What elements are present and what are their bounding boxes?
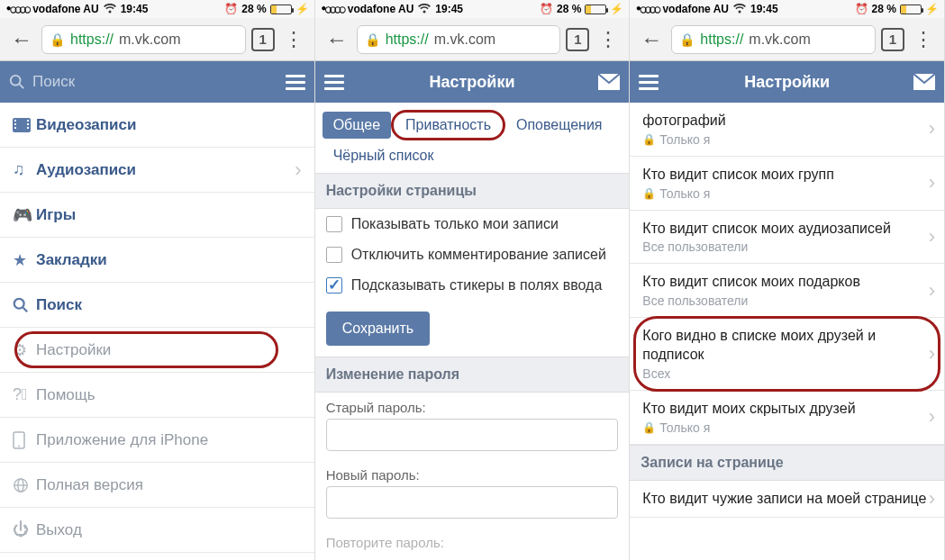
checkbox-disable-comments[interactable]: Отключить комментирование записей bbox=[315, 239, 630, 270]
checkbox-sticker-hints[interactable]: Подсказывать стикеры в полях ввода bbox=[315, 270, 630, 301]
section-wall-posts: Записи на странице bbox=[630, 445, 944, 481]
menu-label: Игры bbox=[36, 206, 76, 224]
section-page-settings: Настройки страницы bbox=[315, 173, 630, 209]
panel-settings: •○○○○ vodafone AU 19:45 ⏰ 28 % ⚡ ← 🔒 htt… bbox=[315, 0, 631, 560]
menu-item-search[interactable]: Поиск bbox=[0, 283, 314, 328]
old-password-input[interactable] bbox=[326, 419, 619, 451]
menu-item-video[interactable]: Видеозаписи bbox=[0, 103, 314, 148]
privacy-title: Кого видно в списке моих друзей и подпис… bbox=[642, 327, 931, 365]
chevron-right-icon: › bbox=[929, 225, 935, 248]
chevron-right-icon: › bbox=[295, 158, 301, 182]
lock-icon: 🔒 bbox=[642, 421, 656, 434]
privacy-row-gifts[interactable]: Кто видит список моих подарков Все польз… bbox=[630, 264, 944, 318]
svg-point-12 bbox=[18, 445, 20, 447]
menu-item-help[interactable]: ?⃝ Помощь bbox=[0, 373, 314, 418]
charging-icon: ⚡ bbox=[610, 3, 623, 15]
search-icon bbox=[13, 297, 36, 313]
menu-item-games[interactable]: 🎮 Игры bbox=[0, 193, 314, 238]
privacy-value: Только я bbox=[659, 132, 710, 147]
tab-notifications[interactable]: Оповещения bbox=[505, 112, 613, 139]
menu-button[interactable]: ⋮ bbox=[910, 34, 937, 44]
tabs-button[interactable]: 1 bbox=[251, 28, 275, 51]
burger-icon[interactable] bbox=[324, 75, 344, 90]
gear-icon: ⚙ bbox=[13, 340, 36, 360]
svg-rect-6 bbox=[27, 120, 29, 122]
privacy-title: Кто видит список моих групп bbox=[642, 166, 931, 185]
privacy-row-others-posts[interactable]: Кто видит чужие записи на моей странице … bbox=[630, 481, 944, 519]
url-host: m.vk.com bbox=[434, 32, 495, 48]
burger-icon[interactable] bbox=[286, 75, 305, 90]
address-bar[interactable]: 🔒 https://m.vk.com bbox=[41, 25, 246, 54]
lock-icon: 🔒 bbox=[642, 187, 656, 200]
search-input[interactable]: Поиск bbox=[9, 73, 277, 91]
tab-privacy[interactable]: Приватность bbox=[395, 112, 502, 139]
privacy-row-hidden-friends[interactable]: Кто видит моих скрытых друзей 🔒Только я … bbox=[630, 391, 944, 445]
privacy-title: Кто видит чужие записи на моей странице bbox=[642, 490, 931, 509]
new-password-label: Новый пароль: bbox=[315, 460, 630, 486]
menu-item-iphone-app[interactable]: Приложение для iPhone bbox=[0, 418, 314, 463]
help-icon: ?⃝ bbox=[13, 385, 36, 404]
back-button[interactable]: ← bbox=[323, 27, 351, 52]
back-button[interactable]: ← bbox=[7, 27, 36, 52]
signal-icon: •○○○○ bbox=[635, 3, 659, 15]
tab-blacklist[interactable]: Чёрный список bbox=[323, 142, 445, 169]
menu-label: Видеозаписи bbox=[36, 116, 136, 134]
menu-item-logout[interactable]: ⏻ Выход bbox=[0, 508, 314, 553]
lock-icon: 🔒 bbox=[50, 32, 65, 47]
privacy-value: Все пользователи bbox=[642, 294, 748, 308]
battery-pct: 28 % bbox=[241, 3, 266, 15]
checkbox-only-my-posts[interactable]: Показывать только мои записи bbox=[315, 209, 630, 239]
address-bar[interactable]: 🔒 https://m.vk.com bbox=[357, 25, 561, 54]
status-bar: •○○○○ vodafone AU 19:45 ⏰ 28 % ⚡ bbox=[630, 0, 944, 18]
menu-label: Закладки bbox=[36, 251, 107, 269]
menu-label: Выход bbox=[36, 521, 82, 539]
menu-item-audio[interactable]: ♫ Аудиозаписи › bbox=[0, 148, 314, 193]
new-password-input[interactable] bbox=[326, 486, 619, 519]
chevron-right-icon: › bbox=[929, 279, 935, 303]
carrier-label: vodafone AU bbox=[348, 3, 414, 15]
search-icon bbox=[9, 74, 25, 90]
menu-label: Поиск bbox=[36, 296, 82, 314]
battery-icon bbox=[270, 5, 292, 14]
menu-label: Настройки bbox=[36, 341, 111, 359]
alarm-icon: ⏰ bbox=[224, 3, 238, 15]
save-button[interactable]: Сохранить bbox=[326, 312, 431, 346]
status-bar: •○○○○ vodafone AU 19:45 ⏰ 28 % ⚡ bbox=[315, 0, 630, 18]
checkbox-icon bbox=[326, 216, 342, 232]
svg-line-10 bbox=[23, 307, 28, 312]
menu-item-settings[interactable]: ⚙ Настройки bbox=[0, 328, 314, 373]
svg-rect-5 bbox=[14, 127, 16, 129]
menu-item-full-version[interactable]: Полная версия bbox=[0, 463, 314, 508]
carrier-label: vodafone AU bbox=[662, 3, 729, 15]
tabs-button[interactable]: 1 bbox=[881, 28, 904, 51]
burger-icon[interactable] bbox=[639, 75, 659, 90]
menu-list: Видеозаписи ♫ Аудиозаписи › 🎮 Игры ★ Зак… bbox=[0, 103, 314, 553]
svg-line-1 bbox=[20, 85, 24, 89]
chevron-right-icon: › bbox=[929, 117, 935, 140]
section-change-password: Изменение пароля bbox=[315, 357, 630, 393]
lock-icon: 🔒 bbox=[365, 32, 380, 47]
mail-icon[interactable] bbox=[598, 74, 620, 90]
chevron-right-icon: › bbox=[929, 342, 935, 366]
tabs-button[interactable]: 1 bbox=[566, 28, 589, 51]
privacy-value: Всех bbox=[642, 366, 670, 381]
menu-label: Полная версия bbox=[36, 476, 143, 494]
menu-item-bookmarks[interactable]: ★ Закладки bbox=[0, 238, 314, 283]
back-button[interactable]: ← bbox=[637, 27, 666, 52]
privacy-row-photos[interactable]: фотографий 🔒Только я › bbox=[630, 103, 944, 157]
privacy-row-groups[interactable]: Кто видит список моих групп 🔒Только я › bbox=[630, 157, 944, 211]
privacy-row-audio[interactable]: Кто видит список моих аудиозаписей Все п… bbox=[630, 211, 944, 265]
url-host: m.vk.com bbox=[119, 32, 180, 48]
panel-menu: •○○○○ vodafone AU 19:45 ⏰ 28 % ⚡ ← 🔒 htt… bbox=[0, 0, 315, 560]
menu-button[interactable]: ⋮ bbox=[595, 34, 622, 44]
address-bar[interactable]: 🔒 https://m.vk.com bbox=[671, 25, 876, 54]
checkbox-icon bbox=[326, 277, 342, 294]
power-icon: ⏻ bbox=[13, 520, 36, 539]
privacy-row-friends-list[interactable]: Кого видно в списке моих друзей и подпис… bbox=[630, 318, 944, 391]
menu-button[interactable]: ⋮ bbox=[280, 34, 307, 44]
mail-icon[interactable] bbox=[913, 74, 935, 90]
privacy-title: Кто видит список моих аудиозаписей bbox=[642, 220, 931, 239]
tab-general[interactable]: Общее bbox=[323, 112, 391, 139]
checkbox-label: Отключить комментирование записей bbox=[351, 247, 606, 263]
svg-point-9 bbox=[14, 298, 24, 308]
